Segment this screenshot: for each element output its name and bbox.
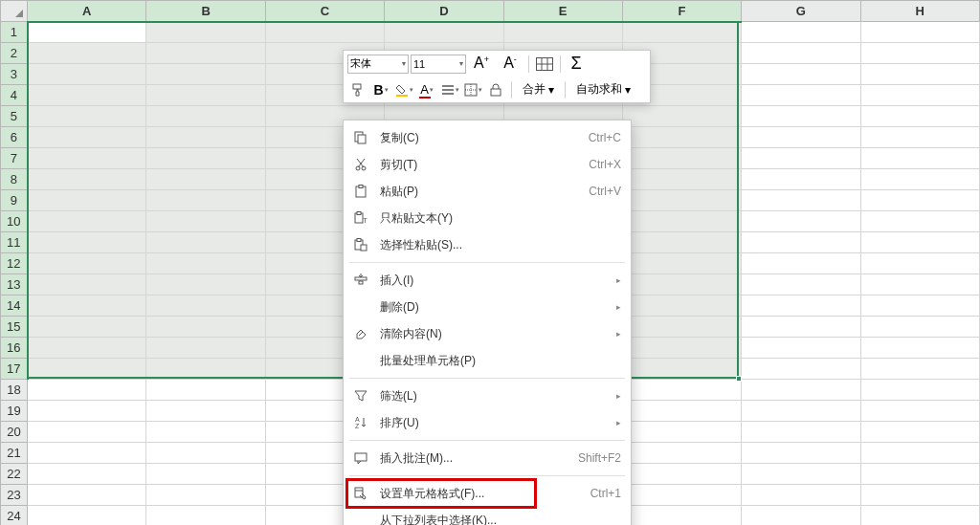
cell-B14[interactable]	[146, 295, 265, 317]
cell-A8[interactable]	[28, 169, 146, 190]
cell-A22[interactable]	[28, 464, 146, 485]
cell-G11[interactable]	[742, 232, 860, 253]
borders-button[interactable]: ▾	[462, 79, 483, 100]
row-header-4[interactable]: 4	[1, 85, 28, 106]
cell-B22[interactable]	[146, 464, 265, 485]
font-color-button[interactable]: A▾	[416, 79, 437, 100]
cell-B20[interactable]	[146, 422, 265, 443]
row-header-7[interactable]: 7	[1, 148, 28, 169]
decrease-font-button[interactable]: A-	[497, 54, 523, 75]
row-header-18[interactable]: 18	[1, 380, 28, 401]
row-header-9[interactable]: 9	[1, 190, 28, 211]
column-header-A[interactable]: A	[28, 1, 146, 22]
cell-H5[interactable]	[860, 106, 979, 127]
cell-H13[interactable]	[860, 274, 979, 295]
cell-H10[interactable]	[860, 211, 979, 232]
cell-F23[interactable]	[622, 485, 741, 506]
cell-F11[interactable]	[622, 232, 741, 253]
cell-H6[interactable]	[860, 127, 979, 148]
cell-B8[interactable]	[146, 169, 265, 190]
align-button[interactable]: ▾	[439, 79, 460, 100]
bold-button[interactable]: B▾	[370, 79, 391, 100]
cell-A4[interactable]	[28, 85, 146, 106]
cell-A23[interactable]	[28, 485, 146, 506]
cell-F18[interactable]	[622, 380, 741, 401]
row-header-2[interactable]: 2	[1, 43, 28, 64]
column-header-C[interactable]: C	[265, 1, 384, 22]
cell-G17[interactable]	[742, 359, 860, 380]
cell-A9[interactable]	[28, 190, 146, 211]
cell-B15[interactable]	[146, 317, 265, 338]
menu-item-9[interactable]: 批量处理单元格(P)	[344, 347, 631, 374]
cell-G21[interactable]	[742, 443, 860, 464]
cell-F5[interactable]	[622, 106, 741, 127]
cell-G10[interactable]	[742, 211, 860, 232]
cell-G16[interactable]	[742, 338, 860, 359]
row-header-20[interactable]: 20	[1, 422, 28, 443]
row-header-15[interactable]: 15	[1, 317, 28, 338]
row-header-1[interactable]: 1	[1, 22, 28, 43]
cell-G18[interactable]	[742, 380, 860, 401]
cell-F22[interactable]	[622, 464, 741, 485]
cell-A24[interactable]	[28, 506, 146, 526]
cell-G12[interactable]	[742, 253, 860, 274]
cell-G13[interactable]	[742, 274, 860, 295]
cell-G2[interactable]	[742, 43, 860, 64]
cell-B17[interactable]	[146, 359, 265, 380]
cell-F8[interactable]	[622, 169, 741, 190]
cell-D1[interactable]	[385, 22, 503, 43]
cell-A10[interactable]	[28, 211, 146, 232]
cell-C1[interactable]	[265, 22, 384, 43]
cell-A11[interactable]	[28, 232, 146, 253]
cell-G7[interactable]	[742, 148, 860, 169]
format-painter-icon[interactable]	[347, 79, 368, 100]
cell-F1[interactable]	[622, 22, 741, 43]
cell-A2[interactable]	[28, 43, 146, 64]
column-header-D[interactable]: D	[385, 1, 503, 22]
cell-H19[interactable]	[860, 401, 979, 422]
merge-cells-icon[interactable]	[534, 54, 555, 75]
menu-item-12[interactable]: AZ排序(U)▸	[344, 409, 631, 436]
cell-G24[interactable]	[742, 506, 860, 526]
cell-F10[interactable]	[622, 211, 741, 232]
increase-font-button[interactable]: A+	[468, 54, 495, 75]
cell-G8[interactable]	[742, 169, 860, 190]
column-header-G[interactable]: G	[742, 1, 860, 22]
cell-G19[interactable]	[742, 401, 860, 422]
cell-B19[interactable]	[146, 401, 265, 422]
font-name-select[interactable]: 宋体▾	[347, 55, 409, 74]
cell-F17[interactable]	[622, 359, 741, 380]
menu-item-11[interactable]: 筛选(L)▸	[344, 383, 631, 409]
menu-item-6[interactable]: 插入(I)▸	[344, 267, 631, 294]
cell-G6[interactable]	[742, 127, 860, 148]
cell-A13[interactable]	[28, 274, 146, 295]
menu-item-1[interactable]: 剪切(T)Ctrl+X	[344, 151, 631, 178]
cell-A14[interactable]	[28, 295, 146, 317]
cell-G5[interactable]	[742, 106, 860, 127]
cell-G20[interactable]	[742, 422, 860, 443]
menu-item-17[interactable]: 从下拉列表中选择(K)...	[344, 507, 631, 525]
lock-cells-button[interactable]	[485, 79, 506, 100]
cell-H17[interactable]	[860, 359, 979, 380]
cell-B6[interactable]	[146, 127, 265, 148]
cell-B11[interactable]	[146, 232, 265, 253]
row-header-11[interactable]: 11	[1, 232, 28, 253]
cell-G4[interactable]	[742, 85, 860, 106]
autosum-button[interactable]: 自动求和▾	[570, 79, 636, 100]
column-header-E[interactable]: E	[503, 1, 622, 22]
row-header-8[interactable]: 8	[1, 169, 28, 190]
cell-F19[interactable]	[622, 401, 741, 422]
cell-G14[interactable]	[742, 295, 860, 317]
font-size-select[interactable]: 11▾	[411, 55, 466, 74]
menu-item-16[interactable]: 设置单元格格式(F)...Ctrl+1	[344, 480, 631, 507]
column-header-B[interactable]: B	[146, 1, 265, 22]
cell-H7[interactable]	[860, 148, 979, 169]
cell-G15[interactable]	[742, 317, 860, 338]
cell-H20[interactable]	[860, 422, 979, 443]
cell-H4[interactable]	[860, 85, 979, 106]
cell-H23[interactable]	[860, 485, 979, 506]
cell-B9[interactable]	[146, 190, 265, 211]
cell-F7[interactable]	[622, 148, 741, 169]
cell-H16[interactable]	[860, 338, 979, 359]
menu-item-4[interactable]: 选择性粘贴(S)...	[344, 231, 631, 258]
